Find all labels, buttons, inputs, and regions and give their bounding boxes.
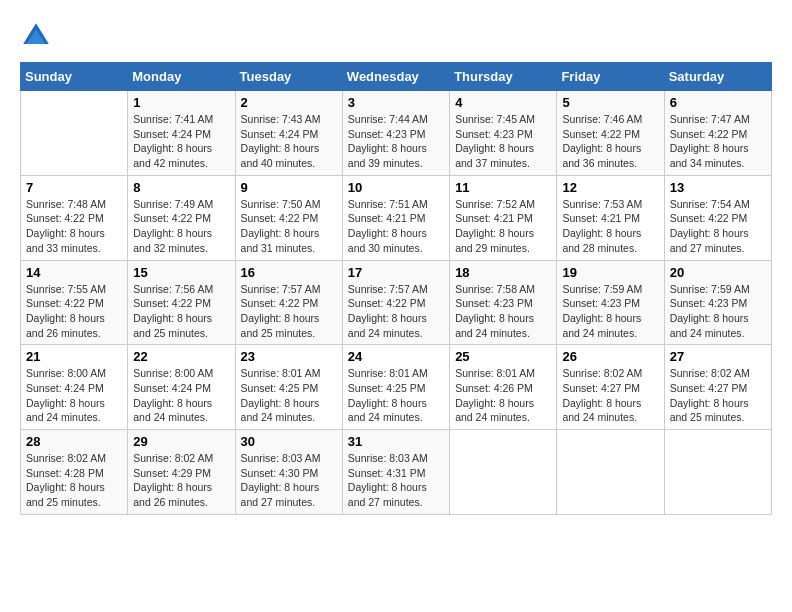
calendar-table: SundayMondayTuesdayWednesdayThursdayFrid… — [20, 62, 772, 515]
day-number: 26 — [562, 349, 658, 364]
day-info: Sunrise: 7:54 AMSunset: 4:22 PMDaylight:… — [670, 197, 766, 256]
calendar-cell: 1Sunrise: 7:41 AMSunset: 4:24 PMDaylight… — [128, 91, 235, 176]
day-number: 13 — [670, 180, 766, 195]
calendar-cell: 14Sunrise: 7:55 AMSunset: 4:22 PMDayligh… — [21, 260, 128, 345]
calendar-cell: 15Sunrise: 7:56 AMSunset: 4:22 PMDayligh… — [128, 260, 235, 345]
calendar-cell: 19Sunrise: 7:59 AMSunset: 4:23 PMDayligh… — [557, 260, 664, 345]
day-number: 6 — [670, 95, 766, 110]
day-number: 21 — [26, 349, 122, 364]
calendar-cell: 26Sunrise: 8:02 AMSunset: 4:27 PMDayligh… — [557, 345, 664, 430]
logo-icon — [20, 20, 52, 52]
day-info: Sunrise: 7:59 AMSunset: 4:23 PMDaylight:… — [562, 282, 658, 341]
calendar-cell — [557, 430, 664, 515]
day-number: 31 — [348, 434, 444, 449]
weekday-header-cell: Monday — [128, 63, 235, 91]
day-number: 29 — [133, 434, 229, 449]
day-info: Sunrise: 8:03 AMSunset: 4:30 PMDaylight:… — [241, 451, 337, 510]
day-number: 30 — [241, 434, 337, 449]
day-info: Sunrise: 8:01 AMSunset: 4:25 PMDaylight:… — [348, 366, 444, 425]
weekday-header-cell: Sunday — [21, 63, 128, 91]
day-number: 20 — [670, 265, 766, 280]
day-info: Sunrise: 7:48 AMSunset: 4:22 PMDaylight:… — [26, 197, 122, 256]
calendar-cell: 16Sunrise: 7:57 AMSunset: 4:22 PMDayligh… — [235, 260, 342, 345]
day-number: 22 — [133, 349, 229, 364]
day-number: 16 — [241, 265, 337, 280]
calendar-cell — [450, 430, 557, 515]
day-info: Sunrise: 8:01 AMSunset: 4:25 PMDaylight:… — [241, 366, 337, 425]
day-info: Sunrise: 8:02 AMSunset: 4:29 PMDaylight:… — [133, 451, 229, 510]
calendar-cell: 21Sunrise: 8:00 AMSunset: 4:24 PMDayligh… — [21, 345, 128, 430]
day-info: Sunrise: 7:57 AMSunset: 4:22 PMDaylight:… — [348, 282, 444, 341]
day-number: 3 — [348, 95, 444, 110]
calendar-cell: 31Sunrise: 8:03 AMSunset: 4:31 PMDayligh… — [342, 430, 449, 515]
day-number: 9 — [241, 180, 337, 195]
calendar-cell: 13Sunrise: 7:54 AMSunset: 4:22 PMDayligh… — [664, 175, 771, 260]
calendar-body: 1Sunrise: 7:41 AMSunset: 4:24 PMDaylight… — [21, 91, 772, 515]
day-number: 14 — [26, 265, 122, 280]
calendar-cell — [664, 430, 771, 515]
calendar-cell: 29Sunrise: 8:02 AMSunset: 4:29 PMDayligh… — [128, 430, 235, 515]
day-number: 18 — [455, 265, 551, 280]
calendar-cell: 25Sunrise: 8:01 AMSunset: 4:26 PMDayligh… — [450, 345, 557, 430]
calendar-cell: 27Sunrise: 8:02 AMSunset: 4:27 PMDayligh… — [664, 345, 771, 430]
day-info: Sunrise: 8:00 AMSunset: 4:24 PMDaylight:… — [133, 366, 229, 425]
calendar-header: SundayMondayTuesdayWednesdayThursdayFrid… — [21, 63, 772, 91]
day-number: 2 — [241, 95, 337, 110]
day-number: 5 — [562, 95, 658, 110]
day-number: 24 — [348, 349, 444, 364]
calendar-cell: 9Sunrise: 7:50 AMSunset: 4:22 PMDaylight… — [235, 175, 342, 260]
calendar-week-row: 21Sunrise: 8:00 AMSunset: 4:24 PMDayligh… — [21, 345, 772, 430]
calendar-cell: 10Sunrise: 7:51 AMSunset: 4:21 PMDayligh… — [342, 175, 449, 260]
day-number: 19 — [562, 265, 658, 280]
calendar-cell: 6Sunrise: 7:47 AMSunset: 4:22 PMDaylight… — [664, 91, 771, 176]
calendar-cell: 4Sunrise: 7:45 AMSunset: 4:23 PMDaylight… — [450, 91, 557, 176]
calendar-cell: 22Sunrise: 8:00 AMSunset: 4:24 PMDayligh… — [128, 345, 235, 430]
calendar-cell: 18Sunrise: 7:58 AMSunset: 4:23 PMDayligh… — [450, 260, 557, 345]
day-number: 11 — [455, 180, 551, 195]
day-info: Sunrise: 7:57 AMSunset: 4:22 PMDaylight:… — [241, 282, 337, 341]
day-info: Sunrise: 7:49 AMSunset: 4:22 PMDaylight:… — [133, 197, 229, 256]
calendar-cell: 24Sunrise: 8:01 AMSunset: 4:25 PMDayligh… — [342, 345, 449, 430]
calendar-cell — [21, 91, 128, 176]
day-info: Sunrise: 8:02 AMSunset: 4:27 PMDaylight:… — [670, 366, 766, 425]
day-info: Sunrise: 7:50 AMSunset: 4:22 PMDaylight:… — [241, 197, 337, 256]
day-number: 25 — [455, 349, 551, 364]
day-info: Sunrise: 8:03 AMSunset: 4:31 PMDaylight:… — [348, 451, 444, 510]
day-number: 15 — [133, 265, 229, 280]
day-info: Sunrise: 7:47 AMSunset: 4:22 PMDaylight:… — [670, 112, 766, 171]
calendar-cell: 2Sunrise: 7:43 AMSunset: 4:24 PMDaylight… — [235, 91, 342, 176]
day-info: Sunrise: 7:56 AMSunset: 4:22 PMDaylight:… — [133, 282, 229, 341]
calendar-cell: 12Sunrise: 7:53 AMSunset: 4:21 PMDayligh… — [557, 175, 664, 260]
calendar-cell: 3Sunrise: 7:44 AMSunset: 4:23 PMDaylight… — [342, 91, 449, 176]
day-number: 4 — [455, 95, 551, 110]
calendar-cell: 8Sunrise: 7:49 AMSunset: 4:22 PMDaylight… — [128, 175, 235, 260]
day-number: 23 — [241, 349, 337, 364]
day-number: 28 — [26, 434, 122, 449]
day-info: Sunrise: 7:45 AMSunset: 4:23 PMDaylight:… — [455, 112, 551, 171]
day-number: 7 — [26, 180, 122, 195]
day-info: Sunrise: 8:02 AMSunset: 4:27 PMDaylight:… — [562, 366, 658, 425]
day-info: Sunrise: 7:41 AMSunset: 4:24 PMDaylight:… — [133, 112, 229, 171]
weekday-header-cell: Thursday — [450, 63, 557, 91]
logo — [20, 20, 58, 52]
day-number: 8 — [133, 180, 229, 195]
calendar-cell: 5Sunrise: 7:46 AMSunset: 4:22 PMDaylight… — [557, 91, 664, 176]
day-number: 12 — [562, 180, 658, 195]
day-info: Sunrise: 7:51 AMSunset: 4:21 PMDaylight:… — [348, 197, 444, 256]
weekday-header-cell: Tuesday — [235, 63, 342, 91]
calendar-cell: 17Sunrise: 7:57 AMSunset: 4:22 PMDayligh… — [342, 260, 449, 345]
day-info: Sunrise: 7:44 AMSunset: 4:23 PMDaylight:… — [348, 112, 444, 171]
day-number: 1 — [133, 95, 229, 110]
calendar-cell: 11Sunrise: 7:52 AMSunset: 4:21 PMDayligh… — [450, 175, 557, 260]
page-header — [20, 20, 772, 52]
day-number: 27 — [670, 349, 766, 364]
calendar-week-row: 28Sunrise: 8:02 AMSunset: 4:28 PMDayligh… — [21, 430, 772, 515]
day-info: Sunrise: 7:43 AMSunset: 4:24 PMDaylight:… — [241, 112, 337, 171]
day-number: 10 — [348, 180, 444, 195]
day-info: Sunrise: 8:00 AMSunset: 4:24 PMDaylight:… — [26, 366, 122, 425]
day-info: Sunrise: 8:02 AMSunset: 4:28 PMDaylight:… — [26, 451, 122, 510]
calendar-week-row: 7Sunrise: 7:48 AMSunset: 4:22 PMDaylight… — [21, 175, 772, 260]
day-info: Sunrise: 7:46 AMSunset: 4:22 PMDaylight:… — [562, 112, 658, 171]
day-info: Sunrise: 8:01 AMSunset: 4:26 PMDaylight:… — [455, 366, 551, 425]
calendar-cell: 7Sunrise: 7:48 AMSunset: 4:22 PMDaylight… — [21, 175, 128, 260]
